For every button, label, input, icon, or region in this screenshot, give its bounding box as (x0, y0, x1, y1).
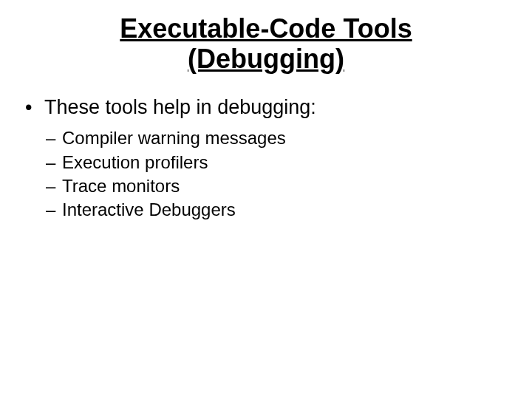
sub-bullet-text: Trace monitors (62, 176, 180, 196)
sub-bullet: Execution profilers (46, 151, 502, 174)
sub-bullet-text: Interactive Debuggers (62, 200, 236, 219)
title-line-2: (Debugging) (188, 44, 344, 74)
sub-bullet-text: Execution profilers (62, 152, 208, 172)
sub-bullet-text: Compiler warning messages (62, 128, 286, 148)
sub-bullet: Trace monitors (46, 174, 502, 198)
slide-content: These tools help in debugging: Compiler … (0, 95, 532, 222)
slide: Executable-Code Tools (Debugging) These … (0, 0, 532, 399)
title-line-1: Executable-Code Tools (120, 13, 412, 44)
sub-bullets: Compiler warning messages Execution prof… (25, 126, 502, 222)
sub-bullet: Interactive Debuggers (46, 198, 502, 222)
slide-title: Executable-Code Tools (Debugging) (30, 13, 502, 75)
sub-bullet: Compiler warning messages (46, 126, 502, 150)
bullet-text: These tools help in debugging: (44, 96, 316, 118)
bullet-level-1: These tools help in debugging: (25, 95, 502, 119)
